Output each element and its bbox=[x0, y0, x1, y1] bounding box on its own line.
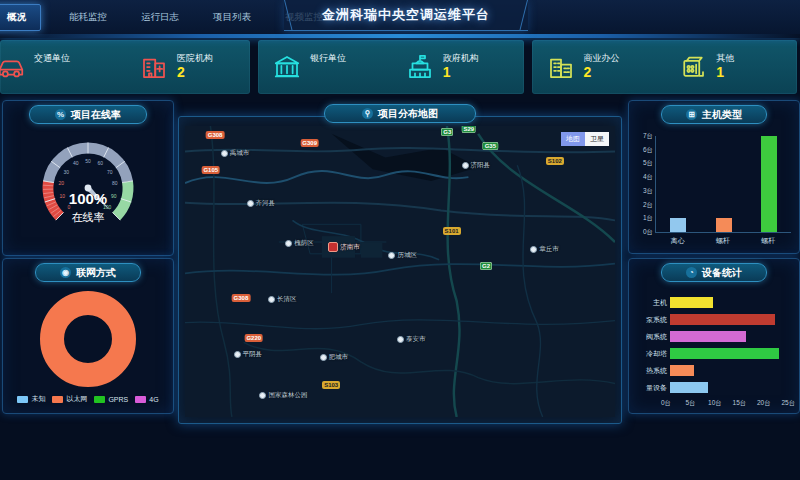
stat-text: 其他1 bbox=[716, 53, 734, 82]
legend-swatch bbox=[94, 396, 105, 403]
x-axis-label: 25台 bbox=[781, 399, 795, 408]
stat-item: 交通单位 bbox=[0, 52, 125, 82]
x-axis-label: 0台 bbox=[661, 399, 671, 408]
nav-tab[interactable]: 项目列表 bbox=[207, 7, 257, 28]
pin-icon: ⚲ bbox=[362, 108, 373, 119]
place-dot-icon bbox=[221, 150, 228, 157]
stat-value: 1 bbox=[716, 64, 734, 82]
map-place-marker: 济阳县 bbox=[462, 161, 491, 170]
host-type-bar-chart: 0台1台2台3台4台5台6台7台 bbox=[655, 136, 791, 233]
place-name: 齐河县 bbox=[256, 199, 276, 208]
hospital-icon bbox=[139, 52, 169, 82]
y-axis-label: 2台 bbox=[643, 200, 653, 209]
legend-swatch bbox=[17, 396, 28, 403]
road-badge: G308 bbox=[232, 294, 251, 302]
legend-item[interactable]: 以太网 bbox=[52, 394, 87, 404]
stat-card: 商业办公2其他1 bbox=[532, 40, 798, 94]
map-place-marker: 禹城市 bbox=[221, 149, 250, 158]
stat-label: 其他 bbox=[716, 53, 734, 64]
car-icon bbox=[0, 52, 26, 82]
bar bbox=[670, 365, 694, 376]
map-canvas[interactable]: G308G309G105G3S29G35S102S101G2G308G220S1… bbox=[185, 126, 615, 417]
map-roads-layer bbox=[185, 126, 615, 417]
x-axis-label: 20台 bbox=[757, 399, 771, 408]
device-label: 主机 bbox=[633, 298, 670, 308]
device-row: 热系统 bbox=[633, 364, 789, 377]
stat-label: 医院机构 bbox=[177, 53, 213, 64]
road-badge: G105 bbox=[201, 166, 220, 174]
dashboard-root: 概况能耗监控运行日志项目列表视频监控 金洲科瑞中央空调运维平台 交通单位医院机构… bbox=[0, 0, 800, 480]
office-icon bbox=[546, 52, 576, 82]
x-axis-category: 离心 bbox=[655, 236, 700, 246]
place-dot-icon bbox=[268, 296, 275, 303]
bar bbox=[670, 348, 779, 359]
panel-online-rate: % 项目在线率 0102030405060708090100 100% 在线率 bbox=[2, 100, 174, 256]
bar bbox=[670, 331, 746, 342]
stat-item: 医院机构2 bbox=[125, 52, 250, 82]
stat-item: 其他1 bbox=[664, 52, 797, 82]
map-place-marker: 历城区 bbox=[388, 251, 417, 260]
network-legend: 未知以太网GPRS4G bbox=[3, 394, 173, 404]
stat-text: 交通单位 bbox=[34, 53, 70, 80]
legend-label: 4G bbox=[149, 396, 158, 403]
road-badge: G220 bbox=[244, 334, 263, 342]
panel-title: 设备统计 bbox=[702, 266, 742, 280]
panel-title: 联网方式 bbox=[76, 266, 116, 280]
panel-network-header: ◉ 联网方式 bbox=[35, 263, 141, 282]
y-axis-label: 6台 bbox=[643, 145, 653, 154]
place-dot-icon bbox=[285, 240, 292, 247]
nav-tab[interactable]: 能耗监控 bbox=[63, 7, 113, 28]
donut-chart bbox=[13, 286, 163, 392]
road-badge: G35 bbox=[483, 142, 498, 150]
bar bbox=[761, 136, 777, 232]
legend-item[interactable]: 4G bbox=[135, 394, 158, 404]
map-place-marker: 平阴县 bbox=[234, 350, 263, 359]
device-label: 阀系统 bbox=[633, 332, 670, 342]
stat-value: 2 bbox=[177, 64, 213, 82]
device-label: 热系统 bbox=[633, 366, 670, 376]
place-dot-icon bbox=[530, 246, 537, 253]
place-dot-icon bbox=[388, 252, 395, 259]
stat-item: 银行单位 bbox=[258, 52, 391, 82]
bar bbox=[670, 314, 775, 325]
top-navbar: 概况能耗监控运行日志项目列表视频监控 金洲科瑞中央空调运维平台 bbox=[0, 0, 800, 34]
gauge-chart: 0102030405060708090100 bbox=[13, 128, 163, 250]
stat-text: 商业办公2 bbox=[584, 53, 620, 82]
map-place-marker: 国家森林公园 bbox=[259, 391, 307, 400]
y-axis-label: 7台 bbox=[643, 132, 653, 141]
map-place-marker: 肥城市 bbox=[320, 353, 349, 362]
percent-icon: % bbox=[55, 109, 66, 120]
place-name: 平阴县 bbox=[243, 350, 263, 359]
legend-item[interactable]: 未知 bbox=[17, 394, 45, 404]
device-row: 主机 bbox=[633, 296, 789, 309]
bar-track bbox=[670, 297, 789, 308]
x-axis-category: 螺杆 bbox=[746, 236, 791, 246]
legend-item[interactable]: GPRS bbox=[94, 394, 128, 404]
nav-tab[interactable]: 概况 bbox=[0, 4, 41, 31]
place-name: 槐荫区 bbox=[294, 239, 314, 248]
nav-tab[interactable]: 运行日志 bbox=[135, 7, 185, 28]
road-badge: S29 bbox=[461, 126, 476, 133]
device-label: 量设备 bbox=[633, 383, 670, 393]
online-rate-gauge: 0102030405060708090100 100% 在线率 bbox=[13, 128, 163, 250]
map-button-map[interactable]: 地图 bbox=[561, 132, 585, 146]
legend-swatch bbox=[52, 396, 63, 403]
place-name: 肥城市 bbox=[329, 353, 349, 362]
bar-track bbox=[670, 382, 789, 393]
gauge-value: 100% bbox=[13, 190, 163, 207]
bank-icon bbox=[272, 52, 302, 82]
place-dot-icon bbox=[397, 336, 404, 343]
road-badge: G2 bbox=[480, 262, 492, 270]
panel-title: 项目分布地图 bbox=[378, 107, 438, 121]
place-name: 济阳县 bbox=[471, 161, 491, 170]
road-badge: G309 bbox=[300, 139, 319, 147]
place-name: 历城区 bbox=[397, 251, 417, 260]
svg-text:70: 70 bbox=[107, 169, 113, 175]
bar-track bbox=[670, 348, 789, 359]
panel-online-rate-header: % 项目在线率 bbox=[29, 105, 147, 124]
svg-text:30: 30 bbox=[63, 169, 69, 175]
legend-label: 未知 bbox=[31, 394, 45, 404]
place-dot-icon bbox=[234, 351, 241, 358]
map-button-satellite[interactable]: 卫星 bbox=[585, 132, 609, 146]
project-marker[interactable]: 济南市 bbox=[328, 242, 360, 252]
